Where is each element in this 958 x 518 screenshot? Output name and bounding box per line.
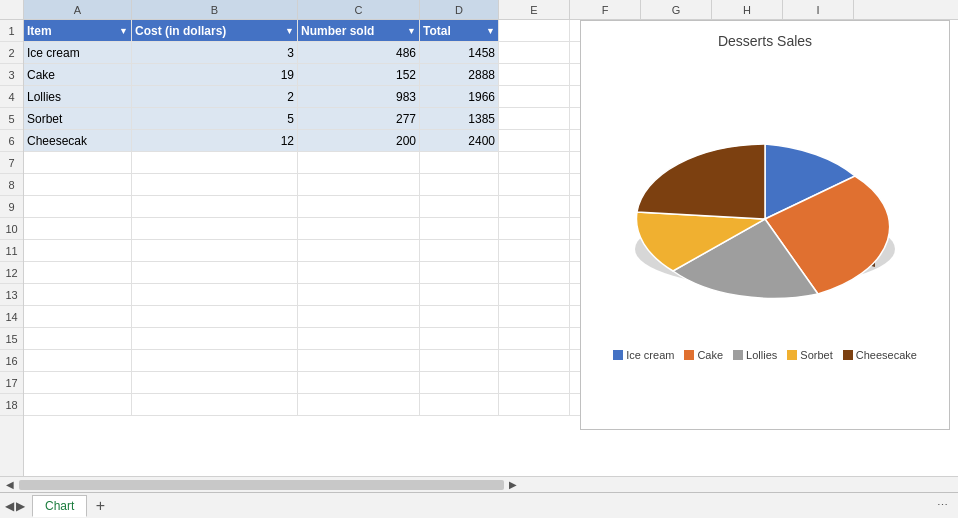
row-num-1[interactable]: 1 — [0, 20, 23, 42]
header-numsold-label: Number sold — [301, 24, 374, 38]
cell-c1[interactable]: Number sold ▼ — [298, 20, 420, 42]
cell-d1[interactable]: Total ▼ — [420, 20, 499, 42]
tab-chart[interactable]: Chart — [32, 495, 87, 517]
row-num-3[interactable]: 3 — [0, 64, 23, 86]
header-cost-label: Cost (in dollars) — [135, 24, 226, 38]
cell-d3[interactable]: 2888 — [420, 64, 499, 86]
col-headers: A B C D E F G H I — [24, 0, 958, 20]
cell-b4[interactable]: 2 — [132, 86, 298, 108]
row-num-16[interactable]: 16 — [0, 350, 23, 372]
cell-e7[interactable] — [499, 152, 570, 174]
legend-label-cake: Cake — [697, 349, 723, 361]
bottom-scrollbar: ◀ ▶ — [0, 476, 958, 492]
cell-d2[interactable]: 1458 — [420, 42, 499, 64]
legend-label-cheesecake: Cheesecake — [856, 349, 917, 361]
cell-b5[interactable]: 5 — [132, 108, 298, 130]
col-header-d[interactable]: D — [420, 0, 499, 19]
cell-e6[interactable] — [499, 130, 570, 152]
row-num-11[interactable]: 11 — [0, 240, 23, 262]
legend-item-lollies: Lollies — [733, 349, 777, 361]
cell-d6[interactable]: 2400 — [420, 130, 499, 152]
col-header-f[interactable]: F — [570, 0, 641, 19]
cell-c4[interactable]: 983 — [298, 86, 420, 108]
cell-e3[interactable] — [499, 64, 570, 86]
row-num-13[interactable]: 13 — [0, 284, 23, 306]
cell-b6[interactable]: 12 — [132, 130, 298, 152]
col-header-i[interactable]: I — [783, 0, 854, 19]
cell-a5[interactable]: Sorbet — [24, 108, 132, 130]
row-num-8[interactable]: 8 — [0, 174, 23, 196]
cell-c3[interactable]: 152 — [298, 64, 420, 86]
tab-bar: ◀ ▶ Chart + ⋯ — [0, 492, 958, 518]
dropdown-arrow-c1[interactable]: ▼ — [407, 26, 416, 36]
scroll-right-arrow[interactable]: ▶ — [506, 478, 520, 492]
cell-a7[interactable] — [24, 152, 132, 174]
tab-scroll-right[interactable]: ▶ — [16, 499, 25, 513]
cell-e1[interactable] — [499, 20, 570, 42]
legend-label-sorbet: Sorbet — [800, 349, 832, 361]
cell-b3[interactable]: 19 — [132, 64, 298, 86]
legend-item-icecream: Ice cream — [613, 349, 674, 361]
row-num-6[interactable]: 6 — [0, 130, 23, 152]
cell-b1[interactable]: Cost (in dollars) ▼ — [132, 20, 298, 42]
col-header-a[interactable]: A — [24, 0, 132, 19]
dropdown-arrow-d1[interactable]: ▼ — [486, 26, 495, 36]
dropdown-arrow-b1[interactable]: ▼ — [285, 26, 294, 36]
row-num-4[interactable]: 4 — [0, 86, 23, 108]
chart-container[interactable]: Desserts Sales — [580, 20, 950, 430]
cell-a1[interactable]: Item ▼ — [24, 20, 132, 42]
col-header-b[interactable]: B — [132, 0, 298, 19]
row-num-14[interactable]: 14 — [0, 306, 23, 328]
col-header-h[interactable]: H — [712, 0, 783, 19]
legend-label-lollies: Lollies — [746, 349, 777, 361]
cell-c6[interactable]: 200 — [298, 130, 420, 152]
cell-e2[interactable] — [499, 42, 570, 64]
status-bar-dots: ⋯ — [937, 499, 948, 512]
cell-d7[interactable] — [420, 152, 499, 174]
cell-a4[interactable]: Lollies — [24, 86, 132, 108]
tab-add-button[interactable]: + — [89, 495, 111, 517]
grid-area: 1 2 3 4 5 6 7 8 9 10 11 12 13 14 15 16 1… — [0, 0, 958, 476]
h-scrollbar-track[interactable] — [19, 480, 504, 490]
col-header-e[interactable]: E — [499, 0, 570, 19]
legend-color-lollies — [733, 350, 743, 360]
legend-color-icecream — [613, 350, 623, 360]
cell-b2[interactable]: 3 — [132, 42, 298, 64]
row-num-5[interactable]: 5 — [0, 108, 23, 130]
header-item-label: Item — [27, 24, 52, 38]
col-header-c[interactable]: C — [298, 0, 420, 19]
cell-b7[interactable] — [132, 152, 298, 174]
row-num-15[interactable]: 15 — [0, 328, 23, 350]
legend-item-cheesecake: Cheesecake — [843, 349, 917, 361]
cell-c5[interactable]: 277 — [298, 108, 420, 130]
corner-cell — [0, 0, 23, 20]
cell-d4[interactable]: 1966 — [420, 86, 499, 108]
cell-e5[interactable] — [499, 108, 570, 130]
tab-scroll-left[interactable]: ◀ — [5, 499, 14, 513]
row-num-7[interactable]: 7 — [0, 152, 23, 174]
legend-color-cake — [684, 350, 694, 360]
cell-a6[interactable]: Cheesecak — [24, 130, 132, 152]
row-num-10[interactable]: 10 — [0, 218, 23, 240]
header-total-label: Total — [423, 24, 451, 38]
cell-d5[interactable]: 1385 — [420, 108, 499, 130]
row-num-2[interactable]: 2 — [0, 42, 23, 64]
chart-svg-area — [581, 49, 949, 349]
legend-label-icecream: Ice cream — [626, 349, 674, 361]
col-header-g[interactable]: G — [641, 0, 712, 19]
cell-e4[interactable] — [499, 86, 570, 108]
row-num-12[interactable]: 12 — [0, 262, 23, 284]
legend-color-cheesecake — [843, 350, 853, 360]
row-numbers: 1 2 3 4 5 6 7 8 9 10 11 12 13 14 15 16 1… — [0, 0, 24, 476]
tab-add-icon: + — [96, 497, 105, 515]
cell-a3[interactable]: Cake — [24, 64, 132, 86]
row-num-18[interactable]: 18 — [0, 394, 23, 416]
row-num-9[interactable]: 9 — [0, 196, 23, 218]
cell-a2[interactable]: Ice cream — [24, 42, 132, 64]
cell-c7[interactable] — [298, 152, 420, 174]
row-num-17[interactable]: 17 — [0, 372, 23, 394]
cell-c2[interactable]: 486 — [298, 42, 420, 64]
scroll-left-arrow[interactable]: ◀ — [3, 478, 17, 492]
dropdown-arrow-a1[interactable]: ▼ — [119, 26, 128, 36]
chart-title: Desserts Sales — [581, 21, 949, 49]
